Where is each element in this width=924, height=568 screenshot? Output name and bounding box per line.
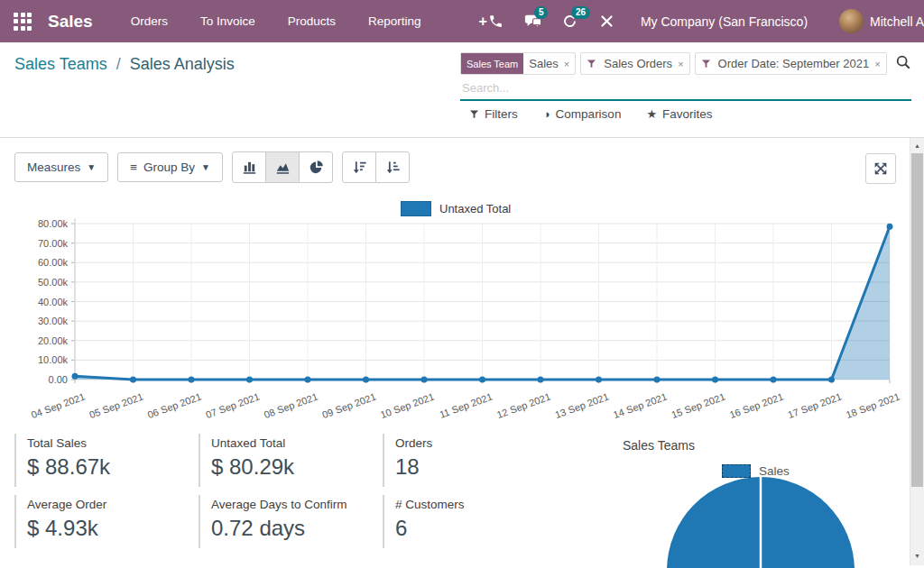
bar-chart-icon <box>241 159 258 176</box>
measures-button[interactable]: Measures ▼ <box>14 152 108 182</box>
kpi-value: $ 4.93k <box>27 516 204 541</box>
messages-badge: 5 <box>534 6 549 19</box>
kpi-average-days-to-confirm: Average Days to Confirm 0.72 days <box>199 495 388 548</box>
svg-text:15 Sep 2021: 15 Sep 2021 <box>670 391 726 419</box>
legend-label: Sales <box>759 464 790 478</box>
phone-icon[interactable] <box>487 13 505 31</box>
chart-legend-untaxed-total[interactable]: Untaxed Total <box>401 201 511 216</box>
breadcrumb-parent-link[interactable]: Sales Teams <box>14 55 107 73</box>
tools-icon[interactable] <box>598 13 616 31</box>
svg-text:12 Sep 2021: 12 Sep 2021 <box>495 391 552 419</box>
comparison-menu[interactable]: ◑ Comparison <box>543 107 622 121</box>
kpi-label: Orders <box>395 436 572 450</box>
kpi-label: # Customers <box>395 498 572 511</box>
svg-text:09 Sep 2021: 09 Sep 2021 <box>320 391 377 419</box>
bar-chart-button[interactable] <box>232 151 266 183</box>
activities-badge: 26 <box>571 6 590 19</box>
group-by-icon: ≡ <box>130 160 137 174</box>
menu-orders[interactable]: Orders <box>131 14 168 28</box>
svg-text:10 Sep 2021: 10 Sep 2021 <box>379 391 436 419</box>
comparison-label: Comparison <box>556 107 622 121</box>
expand-fullscreen-button[interactable] <box>865 153 896 184</box>
scrollbar-thumb[interactable] <box>911 153 923 487</box>
kpi-label: Total Sales <box>27 436 204 450</box>
sales-teams-title: Sales Teams <box>623 438 695 453</box>
systray: 5 26 My Company (San Francisco) Mi <box>487 9 924 33</box>
breadcrumb-separator: / <box>116 55 121 73</box>
kpi-value: 18 <box>395 454 572 480</box>
user-avatar <box>839 9 864 33</box>
facet-remove-icon[interactable]: × <box>676 59 688 69</box>
sort-descending-button[interactable] <box>342 151 376 183</box>
kpi-value: 0.72 days <box>211 516 388 541</box>
filter-menus: Filters ◑ Comparison ★ Favorites <box>469 107 713 121</box>
company-switcher[interactable]: My Company (San Francisco) <box>641 14 808 29</box>
legend-color-swatch <box>722 464 751 478</box>
app-name[interactable]: Sales <box>48 12 93 32</box>
facet-sales-orders: Sales Orders × <box>580 52 689 75</box>
vertical-scrollbar: ▲ ▼ <box>910 138 924 565</box>
sort-group <box>342 151 410 183</box>
svg-text:13 Sep 2021: 13 Sep 2021 <box>553 391 610 419</box>
line-chart-button[interactable] <box>265 151 300 183</box>
sort-ascending-button[interactable] <box>375 151 410 183</box>
kpi-average-order: Average Order $ 4.93k <box>14 495 204 548</box>
kpi-value: $ 88.67k <box>27 454 204 480</box>
top-nav-bar: Sales Orders To Invoice Products Reporti… <box>0 0 924 42</box>
filters-funnel-icon <box>469 109 479 119</box>
svg-text:20.00k: 20.00k <box>38 335 69 346</box>
activities-icon[interactable]: 26 <box>561 13 579 31</box>
search-panel: Sales Team Sales × Sales Orders × Order … <box>460 52 911 101</box>
pie-chart-icon <box>308 159 325 176</box>
apps-menu-icon[interactable] <box>14 13 32 31</box>
scroll-down-arrow[interactable]: ▼ <box>910 549 924 563</box>
svg-text:80.00k: 80.00k <box>38 218 69 229</box>
comparison-icon: ◑ <box>543 107 550 121</box>
pie-legend-sales[interactable]: Sales <box>722 464 790 478</box>
legend-color-swatch <box>401 201 431 216</box>
favorites-label: Favorites <box>662 107 713 121</box>
menu-reporting[interactable]: Reporting <box>368 14 421 28</box>
svg-text:14 Sep 2021: 14 Sep 2021 <box>612 391 669 419</box>
funnel-icon <box>587 59 596 69</box>
main-menu: Orders To Invoice Products Reporting + <box>131 14 487 30</box>
svg-text:18 Sep 2021: 18 Sep 2021 <box>845 391 901 419</box>
facet-value: Order Date: September 2021 <box>713 57 873 70</box>
star-icon: ★ <box>646 107 657 121</box>
odoo-sales-analysis-window: Sales Orders To Invoice Products Reporti… <box>0 0 924 568</box>
group-by-label: Group By <box>143 160 195 174</box>
pie-chart-button[interactable] <box>299 151 333 183</box>
scroll-up-arrow[interactable]: ▲ <box>910 139 924 152</box>
chevron-down-icon: ▼ <box>201 162 210 172</box>
sales-teams-panel: Sales Teams Sales <box>623 434 910 568</box>
search-input[interactable] <box>460 80 897 96</box>
user-menu[interactable]: Mitchell Admin <box>839 9 924 33</box>
svg-text:04 Sep 2021: 04 Sep 2021 <box>30 391 87 419</box>
favorites-menu[interactable]: ★ Favorites <box>646 107 712 121</box>
kpi-untaxed-total: Untaxed Total $ 80.29k <box>199 434 388 487</box>
facet-value: Sales <box>523 57 562 70</box>
chevron-down-icon: ▼ <box>87 162 96 172</box>
svg-text:40.00k: 40.00k <box>38 297 69 307</box>
facet-value: Sales Orders <box>598 57 676 70</box>
legend-label: Untaxed Total <box>439 202 511 215</box>
svg-text:06 Sep 2021: 06 Sep 2021 <box>146 391 203 419</box>
menu-to-invoice[interactable]: To Invoice <box>200 14 255 28</box>
group-by-button[interactable]: ≡ Group By ▼ <box>117 152 223 182</box>
facet-remove-icon[interactable]: × <box>562 59 575 69</box>
facet-order-date: Order Date: September 2021 × <box>695 52 887 75</box>
kpi-label: Untaxed Total <box>211 436 388 450</box>
facet-remove-icon[interactable]: × <box>873 59 885 69</box>
svg-text:0.00: 0.00 <box>49 374 68 385</box>
menu-products[interactable]: Products <box>288 14 336 28</box>
search-icon[interactable] <box>895 54 911 70</box>
graph-toolbar: Measures ▼ ≡ Group By ▼ <box>14 151 410 183</box>
expand-arrows-icon <box>873 160 889 177</box>
svg-text:30.00k: 30.00k <box>38 316 69 326</box>
filters-menu[interactable]: Filters <box>469 107 518 121</box>
menu-plus-button[interactable]: + <box>479 14 487 30</box>
messages-icon[interactable]: 5 <box>524 13 542 31</box>
facet-category-label: Sales Team <box>461 53 523 74</box>
svg-text:17 Sep 2021: 17 Sep 2021 <box>786 391 843 419</box>
search-facets: Sales Team Sales × Sales Orders × Order … <box>460 52 911 75</box>
